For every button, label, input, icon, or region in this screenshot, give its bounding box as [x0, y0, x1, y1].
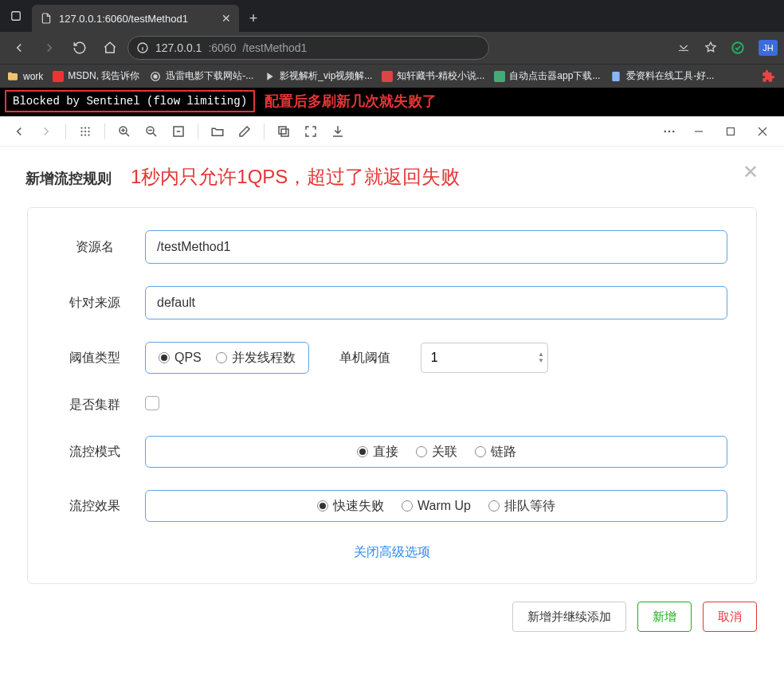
- viewer-forward-button[interactable]: [35, 120, 57, 143]
- svg-point-12: [80, 134, 82, 135]
- folder-icon: [6, 70, 19, 83]
- url-input[interactable]: 127.0.0.1:6060/testMethod1: [127, 36, 489, 60]
- radio-qps[interactable]: QPS: [159, 351, 202, 365]
- threshold-value: 1: [431, 351, 538, 365]
- svg-rect-0: [12, 12, 21, 21]
- tab-close-icon[interactable]: ✕: [221, 12, 231, 25]
- site-icon: [263, 70, 276, 83]
- browser-address-bar: 127.0.0.1:6060/testMethod1 JH: [0, 32, 784, 64]
- svg-point-14: [88, 134, 89, 135]
- bookmark-item[interactable]: 知轩藏书-精校小说...: [382, 69, 484, 83]
- label-source: 针对来源: [57, 295, 132, 312]
- svg-point-13: [84, 134, 86, 135]
- label-threshold-type: 阈值类型: [57, 350, 132, 367]
- radio-mode-direct[interactable]: 直接: [357, 444, 398, 461]
- svg-rect-19: [279, 127, 286, 134]
- bookmark-item[interactable]: 迅雷电影下载网站-...: [149, 69, 253, 83]
- viewer-zoom-in-icon[interactable]: [113, 120, 135, 143]
- read-aloud-icon[interactable]: [672, 37, 695, 59]
- bookmark-item[interactable]: 自动点击器app下载...: [494, 69, 600, 83]
- refresh-annotation: 配置后多刷新几次就失败了: [265, 92, 437, 111]
- url-port: :6060: [208, 41, 236, 54]
- threshold-type-group: QPS 并发线程数: [145, 342, 309, 374]
- page-favicon-icon: [40, 12, 53, 25]
- viewer-folder-icon[interactable]: [206, 120, 229, 143]
- label-resource: 资源名: [57, 239, 132, 256]
- extensions-icon[interactable]: [759, 67, 778, 86]
- label-cluster: 是否集群: [57, 397, 132, 414]
- bookmark-item[interactable]: work: [6, 70, 43, 83]
- cancel-button[interactable]: 取消: [703, 602, 757, 632]
- modal-header: 新增流控规则 1秒内只允许1QPS，超过了就返回失败 ✕: [0, 147, 784, 198]
- modal-title: 新增流控规则: [25, 169, 112, 188]
- svg-point-22: [672, 130, 675, 132]
- download-check-icon[interactable]: [727, 37, 749, 59]
- bookmark-item[interactable]: 爱资料在线工具-好...: [610, 69, 714, 83]
- page-body: Blocked by Sentinel (flow limiting) 配置后多…: [0, 88, 784, 116]
- label-single-threshold: 单机阈值: [333, 350, 397, 367]
- viewer-edit-icon[interactable]: [233, 120, 256, 143]
- modal-close-icon[interactable]: ✕: [743, 161, 759, 183]
- tab-actions-icon[interactable]: [0, 0, 32, 32]
- source-input[interactable]: [145, 286, 727, 319]
- browser-tab[interactable]: 127.0.0.1:6060/testMethod1 ✕: [32, 5, 239, 32]
- resource-input[interactable]: [145, 230, 727, 264]
- viewer-fullscreen-icon[interactable]: [300, 120, 322, 143]
- viewer-copy-icon[interactable]: [272, 120, 295, 143]
- nav-back-button[interactable]: [6, 35, 32, 61]
- nav-home-button[interactable]: [97, 35, 123, 61]
- modal-annotation: 1秒内只允许1QPS，超过了就返回失败: [131, 164, 460, 190]
- viewer-grid-icon[interactable]: [74, 120, 96, 143]
- site-icon: [382, 71, 393, 82]
- stepper-down-icon[interactable]: ▼: [538, 358, 544, 364]
- tab-title: 127.0.0.1:6060/testMethod1: [59, 13, 215, 25]
- svg-rect-18: [281, 129, 288, 136]
- radio-mode-relate[interactable]: 关联: [416, 444, 457, 461]
- viewer-zoom-out-icon[interactable]: [140, 120, 163, 143]
- site-icon: [149, 70, 162, 83]
- window-maximize-button[interactable]: [717, 120, 744, 143]
- toggle-advanced-link[interactable]: 关闭高级选项: [57, 544, 727, 561]
- site-info-icon[interactable]: [136, 41, 149, 54]
- new-tab-button[interactable]: +: [242, 7, 265, 29]
- label-mode: 流控模式: [57, 444, 132, 461]
- svg-point-6: [80, 127, 82, 128]
- cluster-checkbox[interactable]: [145, 396, 159, 410]
- radio-effect-warmup[interactable]: Warm Up: [402, 499, 471, 513]
- site-icon: [53, 71, 64, 82]
- svg-point-20: [664, 130, 666, 132]
- browser-titlebar: 127.0.0.1:6060/testMethod1 ✕ +: [0, 0, 784, 32]
- nav-forward-button[interactable]: [37, 35, 62, 61]
- nav-refresh-button[interactable]: [67, 35, 92, 61]
- bookmark-item[interactable]: MSDN, 我告诉你: [53, 69, 139, 83]
- viewer-toolbar: [0, 116, 784, 147]
- bookmark-item[interactable]: 影视解析_vip视频解...: [263, 69, 372, 83]
- viewer-download-icon[interactable]: [327, 120, 349, 143]
- radio-effect-fail[interactable]: 快速失败: [317, 498, 384, 515]
- radio-effect-queue[interactable]: 排队等待: [488, 498, 555, 515]
- threshold-stepper[interactable]: 1 ▲▼: [421, 343, 548, 373]
- mode-group: 直接 关联 链路: [145, 436, 727, 468]
- favorite-icon[interactable]: [700, 37, 722, 59]
- flow-rule-form: 资源名 针对来源 阈值类型 QPS 并发线程数 单机阈值 1 ▲▼ 是否集群: [27, 207, 757, 584]
- add-button[interactable]: 新增: [637, 602, 692, 632]
- radio-thread[interactable]: 并发线程数: [216, 350, 296, 367]
- site-icon: [494, 71, 505, 82]
- radio-mode-chain[interactable]: 链路: [475, 444, 516, 461]
- image-viewer-window: 新增流控规则 1秒内只允许1QPS，超过了就返回失败 ✕ 资源名 针对来源 阈值…: [0, 116, 784, 686]
- viewer-back-button[interactable]: [8, 120, 30, 143]
- url-host: 127.0.0.1: [155, 41, 202, 54]
- viewer-more-icon[interactable]: [658, 120, 680, 143]
- modal-footer: 新增并继续添加 新增 取消: [0, 584, 784, 632]
- svg-point-9: [80, 130, 82, 131]
- window-minimize-button[interactable]: [685, 120, 712, 143]
- viewer-fit-icon[interactable]: [167, 120, 190, 143]
- url-path: /testMethod1: [242, 41, 307, 54]
- svg-point-4: [154, 75, 157, 78]
- svg-point-10: [84, 130, 86, 131]
- window-close-button[interactable]: [749, 120, 776, 143]
- add-continue-button[interactable]: 新增并继续添加: [512, 602, 626, 632]
- svg-rect-23: [727, 127, 735, 135]
- profile-avatar[interactable]: JH: [759, 40, 778, 56]
- bookmarks-bar: work MSDN, 我告诉你 迅雷电影下载网站-... 影视解析_vip视频解…: [0, 64, 784, 88]
